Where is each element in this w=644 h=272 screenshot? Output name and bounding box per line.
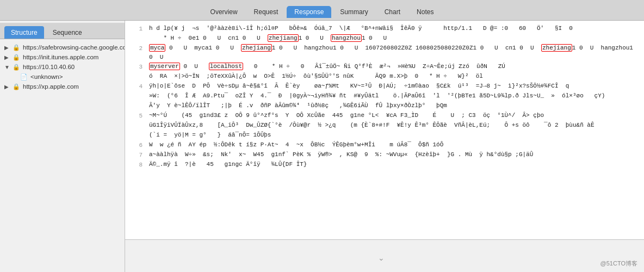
code-line-5b: üG1ÎÿiVÛÏàÛxz,8 [A_iÔ³ Dw_ÛZØ{`°è /Ôù¥@r… xyxy=(129,121,640,131)
file-icon: 📄 xyxy=(20,73,28,81)
tree-item-safebrowsing[interactable]: ▶ 🔒 https://safebrowsing-cache.google.co… xyxy=(0,42,125,52)
highlight-zhejiang3: zhejiang xyxy=(541,44,572,52)
line-content: * H ÷ 0e1 0 U cn1 0 U zhejiang1 0 U hang… xyxy=(149,34,640,43)
highlight-hangzhou: hangzhou xyxy=(331,34,362,42)
tab-request[interactable]: Request xyxy=(246,6,286,18)
arrow-icon: ▶ xyxy=(4,84,12,90)
app-container: Overview Request Response Summary Chart … xyxy=(0,0,644,272)
lock-icon: 🔒 xyxy=(12,83,21,90)
line-content: ÿh|o|E`ôse D PÔ Vè÷sDµ â~ê§&°î Â Ê`èy øa… xyxy=(149,82,640,91)
line-content: ó RA ×|>ö~ÏN ;öTeXXûÀ|¿Ô w O>Ê 1½Ú÷ ôù'§… xyxy=(149,72,640,81)
line-number: 7 xyxy=(129,150,143,160)
arrow-icon xyxy=(12,74,20,80)
line-number xyxy=(129,121,143,121)
top-tab-bar: Overview Request Response Summary Chart … xyxy=(0,0,644,21)
tree-label: <unknown> xyxy=(30,73,63,80)
highlight-myca: myca xyxy=(149,44,165,52)
sidebar: Structure Sequence ▶ 🔒 https://safebrows… xyxy=(0,21,125,272)
line-content: üG1ÎÿiVÛÏàÛxz,8 [A_iÔ³ Dw_ÛZØ{`°è /Ôù¥@r… xyxy=(149,121,640,130)
line-number: 1 xyxy=(129,24,143,34)
line-content: myca 0 U myca1 0 U zhejiang1 0 U hangzho… xyxy=(149,44,640,62)
code-line-1: 1 h d lp(¥ j ¬s '@²ààzè8i\-îÎ h;ól¤P bÔê… xyxy=(129,24,640,34)
line-number xyxy=(129,131,143,131)
sidebar-tab-bar: Structure Sequence xyxy=(0,23,125,39)
tab-chart[interactable]: Chart xyxy=(377,6,408,18)
tab-structure[interactable]: Structure xyxy=(4,26,44,39)
highlight-localhost: localhost xyxy=(209,63,243,70)
code-line-1b: * H ÷ 0e1 0 U cn1 0 U zhejiang1 0 U hang… xyxy=(129,34,640,44)
tree-item-itunes[interactable]: ▶ 🔒 https://init.itunes.apple.com xyxy=(0,52,125,62)
code-line-8: 8 Ä©_.mÿ î ?|è 45 g1ngc Ä°îÿ ¾LÛ{DF ÎT} xyxy=(129,160,640,170)
tab-response[interactable]: Response xyxy=(287,6,331,18)
tree-label: https://init.itunes.apple.com xyxy=(23,54,98,60)
tree-label: https://10.10.40.60 xyxy=(23,64,75,70)
code-line-4c: Â'y Y è~lÊÔ/ïlÎT ;|þ É .v ðñP àÂûm©¾⁴ ¹û… xyxy=(129,101,640,111)
line-number: 3 xyxy=(129,62,143,72)
tree-item-unknown[interactable]: 📄 <unknown> xyxy=(0,72,125,82)
code-line-4b: »W: (°6 Î Æ A9.Ptu¯ oZÎ Y 4.¯ Ð |0gyÀ~¬i… xyxy=(129,91,640,101)
tab-summary[interactable]: Summary xyxy=(332,6,375,18)
line-content: (`i = yö|M = g° } áâ¯nÔ= 1ÔÛþs xyxy=(149,131,640,140)
line-content: W w ¿é ñ AY ép ½:ÔDêk t í§z P·At~ 4 ~x Ô… xyxy=(149,140,640,150)
code-line-3: 3 myserver 0 U localhost 0 * H ÷ 0 Âî¯±û… xyxy=(129,62,640,72)
code-line-4: 4 ÿh|o|E`ôse D PÔ Vè÷sDµ â~ê§&°î Â Ê`èy … xyxy=(129,82,640,91)
lock-icon: 🔒 xyxy=(12,63,21,71)
sidebar-tree: ▶ 🔒 https://safebrowsing-cache.google.co… xyxy=(0,39,125,95)
line-content: Â'y Y è~lÊÔ/ïlÎT ;|þ É .v ðñP àÂûm©¾⁴ ¹û… xyxy=(149,101,640,110)
line-number: 2 xyxy=(129,44,143,53)
highlight-zhejiang: zhejiang xyxy=(268,34,299,42)
line-number xyxy=(129,34,143,34)
tree-label: https://xp.apple.com xyxy=(23,83,79,90)
tree-label: https://safebrowsing-cache.google.co... xyxy=(23,44,125,51)
line-content: h d lp(¥ j ¬s '@²ààzè8i\-îÎ h;ól¤P bÔê»&… xyxy=(149,24,640,33)
line-number: 6 xyxy=(129,140,143,150)
line-number xyxy=(129,101,143,102)
watermark: @51CTO博客 xyxy=(600,259,637,268)
highlight-zhejiang2: zhejiang xyxy=(241,44,272,52)
content-panel: 1 h d lp(¥ j ¬s '@²ààzè8i\-îÎ h;ól¤P bÔê… xyxy=(125,21,644,272)
arrow-icon: ▶ xyxy=(4,54,12,60)
line-number: 8 xyxy=(129,160,143,170)
code-line-2: 2 myca 0 U myca1 0 U zhejiang1 0 U hangz… xyxy=(129,44,640,62)
code-line-5: 5 ~M~°Ú (45 g1nd3£ z OÔ 9 û°^zf°s Y OÔ X… xyxy=(129,111,640,121)
arrow-icon: ▼ xyxy=(4,64,12,70)
line-content: myserver 0 U localhost 0 * H ÷ 0 Âî¯±ûÖ~… xyxy=(149,62,640,71)
code-line-5c: (`i = yö|M = g° } áâ¯nÔ= 1ÔÛþs xyxy=(129,131,640,140)
line-number: 5 xyxy=(129,111,143,121)
line-content: »W: (°6 Î Æ A9.Ptu¯ oZÎ Y 4.¯ Ð |0gyÀ~¬i… xyxy=(149,91,640,101)
tab-notes[interactable]: Notes xyxy=(409,6,441,18)
tab-sequence[interactable]: Sequence xyxy=(46,26,89,39)
code-line-3b: ó RA ×|>ö~ÏN ;öTeXXûÀ|¿Ô w O>Ê 1½Ú÷ ôù'§… xyxy=(129,72,640,82)
highlight-myserver: myserver xyxy=(149,63,180,70)
code-view[interactable]: 1 h d lp(¥ j ¬s '@²ààzè8i\-îÎ h;ól¤P bÔê… xyxy=(125,21,644,239)
line-content: a~ààlhÿà W÷» &s; Nk' x~ W45 g1nf` PèK % … xyxy=(149,150,640,159)
main-layout: Structure Sequence ▶ 🔒 https://safebrows… xyxy=(0,21,644,272)
lock-icon: 🔒 xyxy=(12,53,21,61)
lock-icon: 🔒 xyxy=(12,44,21,51)
bottom-area: ⌄ xyxy=(125,239,644,272)
code-line-6: 6 W w ¿é ñ AY ép ½:ÔDêk t í§z P·At~ 4 ~x… xyxy=(129,140,640,150)
line-number xyxy=(129,91,143,92)
code-line-7: 7 a~ààlhÿà W÷» &s; Nk' x~ W45 g1nf` PèK … xyxy=(129,150,640,160)
tree-item-local[interactable]: ▼ 🔒 https://10.10.40.60 xyxy=(0,62,125,72)
line-number: 4 xyxy=(129,82,143,91)
tab-overview[interactable]: Overview xyxy=(203,6,245,18)
scroll-down-icon: ⌄ xyxy=(378,254,385,262)
line-number xyxy=(129,72,143,72)
tree-item-apple[interactable]: ▶ 🔒 https://xp.apple.com xyxy=(0,82,125,91)
arrow-icon: ▶ xyxy=(4,45,12,51)
line-content: Ä©_.mÿ î ?|è 45 g1ngc Ä°îÿ ¾LÛ{DF ÎT} xyxy=(149,160,640,169)
line-content: ~M~°Ú (45 g1nd3£ z OÔ 9 û°^zf°s Y OÔ XcÛ… xyxy=(149,111,640,120)
